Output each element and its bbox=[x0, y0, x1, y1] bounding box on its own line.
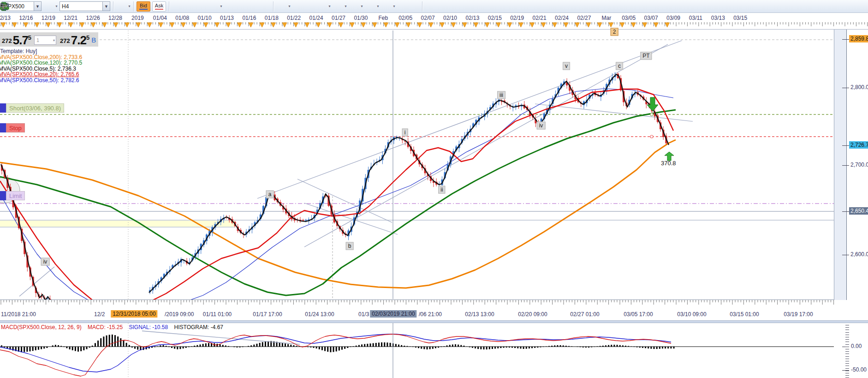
chevron-down-icon[interactable]: ▼ bbox=[34, 2, 41, 11]
session-marker-icon bbox=[597, 23, 602, 27]
price-axis-label: 2,600.0 bbox=[849, 251, 868, 258]
fib-lines-icon[interactable]: F bbox=[332, 1, 343, 12]
bottom-date-axis[interactable]: 11/2018 21:0012/2/2019 09:0001/11 01:000… bbox=[0, 300, 868, 320]
trend-lines-icon[interactable] bbox=[348, 1, 359, 12]
session-marker-icon bbox=[339, 23, 343, 27]
session-marker-icon bbox=[609, 23, 613, 27]
bid-toggle-label: Bid bbox=[140, 3, 147, 8]
cursor-add-icon[interactable] bbox=[196, 1, 207, 12]
zoom-out-icon[interactable] bbox=[184, 1, 195, 12]
bid-price-sup: 5 bbox=[28, 34, 31, 41]
order-handle[interactable] bbox=[0, 191, 6, 200]
macd-axis-minor-tick bbox=[845, 356, 849, 357]
bid-toggle-button[interactable]: Bid bbox=[137, 1, 150, 12]
session-marker-icon bbox=[361, 23, 366, 27]
session-marker-icon bbox=[620, 23, 624, 27]
ask-toggle-button[interactable]: Ask bbox=[152, 1, 166, 12]
top-axis-label: 12/28 bbox=[108, 15, 122, 21]
ruler-icon[interactable] bbox=[276, 1, 287, 12]
quote-widget[interactable]: 272 5.7 5 1 ▾ 272 7.2 5 B bbox=[0, 32, 98, 47]
timeframe-combo[interactable]: H4 ▼ bbox=[59, 1, 110, 11]
top-date-axis[interactable]: 12/1312/1612/1912/2112/2612/28201901/040… bbox=[0, 13, 868, 22]
wave-label-i[interactable]: i bbox=[402, 129, 408, 137]
order-handle[interactable] bbox=[0, 123, 6, 132]
top-axis-label: 02/24 bbox=[555, 15, 569, 21]
structure-icon[interactable] bbox=[425, 1, 436, 12]
stop-order-label: Stop bbox=[6, 123, 25, 132]
line-icon[interactable] bbox=[364, 1, 375, 12]
top-axis-label: 12/13 bbox=[0, 15, 11, 21]
wave-label-iv[interactable]: iv bbox=[41, 258, 50, 266]
chart-type-icon[interactable] bbox=[116, 1, 127, 12]
globe-icon[interactable] bbox=[260, 1, 271, 12]
send-icon[interactable] bbox=[248, 1, 259, 12]
list-icon[interactable] bbox=[437, 1, 448, 12]
ibeam-icon[interactable] bbox=[224, 1, 235, 12]
wave-label-b[interactable]: b bbox=[346, 242, 354, 250]
session-marker-icon bbox=[46, 23, 51, 27]
ellipse-icon[interactable] bbox=[380, 1, 392, 12]
chevron-down-icon[interactable]: ▾ bbox=[392, 4, 396, 8]
limit-order-tag[interactable]: Limit bbox=[0, 191, 25, 200]
text-abc-icon[interactable]: ABC bbox=[397, 1, 408, 12]
amount-stepper[interactable]: 1 ▾ bbox=[34, 36, 56, 45]
chevron-down-icon[interactable]: ▾ bbox=[376, 4, 380, 8]
bottom-axis-label: 01/11 01:00 bbox=[203, 311, 232, 318]
wave-label-c[interactable]: c bbox=[616, 62, 623, 70]
bid-price-big[interactable]: 5.7 bbox=[13, 35, 28, 46]
session-marker-icon bbox=[384, 23, 388, 27]
macd-axis-minor-tick bbox=[845, 330, 849, 330]
macd-axis-minor-tick bbox=[845, 351, 849, 352]
macd-axis-minor-tick bbox=[845, 327, 849, 328]
chevron-down-icon[interactable]: ▾ bbox=[360, 4, 364, 8]
session-marker-icon bbox=[417, 23, 422, 27]
macd-chart[interactable] bbox=[0, 323, 836, 378]
chevron-down-icon[interactable]: ▾ bbox=[53, 38, 56, 42]
macd-axis-minor-tick bbox=[845, 373, 849, 373]
chevron-down-icon[interactable]: ▾ bbox=[219, 4, 223, 8]
wave-label-iv[interactable]: iv bbox=[537, 122, 546, 130]
chevron-down-icon[interactable]: ▼ bbox=[102, 2, 110, 11]
session-marker-icon bbox=[293, 23, 298, 27]
wave-label-ii[interactable]: ii bbox=[438, 186, 445, 194]
images-icon[interactable] bbox=[304, 1, 315, 12]
template-name: [Template: Huy] bbox=[0, 48, 137, 54]
magnifier-icon[interactable] bbox=[208, 1, 219, 12]
link-broken-icon[interactable] bbox=[43, 1, 54, 12]
chevron-down-icon[interactable]: ▾ bbox=[344, 4, 348, 8]
wave-label-iii[interactable]: iii bbox=[497, 91, 505, 99]
macd-axis-minor-tick bbox=[845, 339, 849, 340]
add-image-icon[interactable] bbox=[292, 1, 303, 12]
price-axis-label: 2,726.7 bbox=[849, 141, 868, 149]
ask-price-big[interactable]: 7.2 bbox=[71, 35, 86, 46]
short-position-tag[interactable]: Short(03/06, 390.8) bbox=[0, 103, 64, 113]
session-marker-icon bbox=[35, 23, 39, 27]
cycle-count-label[interactable]: 2 bbox=[611, 28, 618, 36]
session-marker-icon bbox=[327, 23, 332, 27]
top-axis-label: 03/13 bbox=[711, 15, 725, 21]
eraser-icon[interactable] bbox=[409, 1, 420, 12]
macd-axis-minor-tick bbox=[845, 371, 849, 371]
chevron-down-icon[interactable]: ▾ bbox=[54, 4, 59, 8]
stop-order-tag[interactable]: Stop bbox=[0, 123, 25, 132]
top-axis-label: 12/21 bbox=[64, 15, 77, 21]
price-axis-gutter[interactable] bbox=[834, 30, 847, 300]
wave-label-v[interactable]: v bbox=[563, 62, 570, 70]
zoom-in-icon[interactable] bbox=[172, 1, 183, 12]
chevron-down-icon[interactable]: ▾ bbox=[287, 4, 291, 8]
session-marker-icon bbox=[350, 23, 354, 27]
macd-axis-minor-tick bbox=[845, 325, 849, 325]
session-marker-icon bbox=[564, 23, 568, 27]
order-handle[interactable] bbox=[0, 103, 6, 113]
bottom-axis-label: 02/20 09:00 bbox=[518, 311, 547, 318]
session-marker-icon bbox=[518, 23, 523, 27]
pitchfork-icon[interactable] bbox=[316, 1, 327, 12]
top-axis-label: 02/27 bbox=[577, 15, 591, 21]
session-marker-icon bbox=[553, 23, 557, 27]
chevron-down-icon[interactable]: ▾ bbox=[127, 4, 131, 8]
wave-label-PT[interactable]: PT bbox=[640, 52, 652, 60]
wave-label-a[interactable]: a bbox=[266, 191, 274, 198]
session-marker-icon bbox=[113, 23, 118, 27]
note-edit-icon[interactable] bbox=[236, 1, 247, 12]
chevron-down-icon[interactable]: ▾ bbox=[327, 4, 332, 8]
